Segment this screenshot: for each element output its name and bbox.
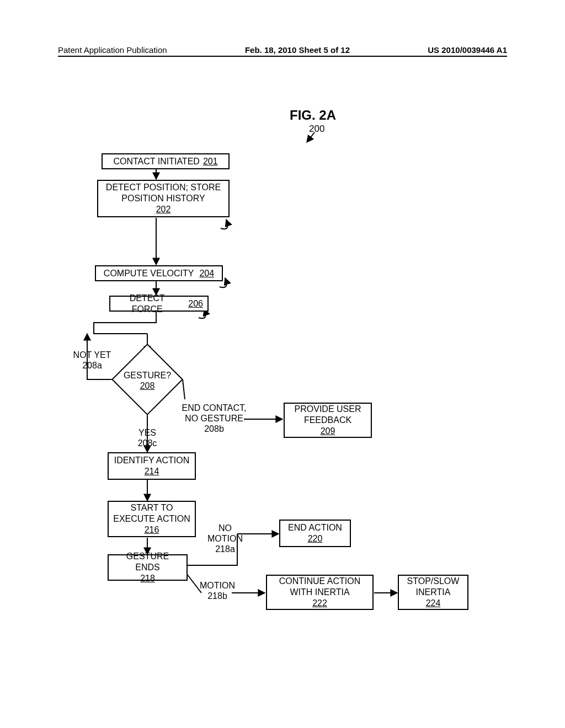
box-stop-slow-inertia: STOP/SLOW INERTIA 224 [398, 575, 468, 610]
box-ref: 214 [145, 466, 159, 477]
box-ref: 209 [321, 426, 335, 437]
label-text: END CONTACT, NO GESTURE [182, 403, 246, 423]
label-no-motion: NO MOTION 218a [203, 523, 247, 555]
box-ref: 204 [199, 268, 214, 279]
label-yes: YES 208c [132, 427, 162, 448]
box-ref: 208 [140, 381, 155, 390]
label-ref: 218a [215, 544, 235, 554]
label-end-contact-no-gesture: END CONTACT, NO GESTURE 208b [181, 403, 247, 435]
label-ref: 208b [204, 424, 224, 433]
box-execute-action: START TO EXECUTE ACTION 216 [108, 501, 196, 537]
diamond-text: GESTURE? 208 [111, 370, 183, 391]
box-text: CONTACT INITIATED [113, 156, 199, 167]
header-patent-number: US 2010/0039446 A1 [428, 45, 507, 55]
box-text: DETECT POSITION; STORE POSITION HISTORY [103, 182, 224, 204]
page: Patent Application Publication Feb. 18, … [0, 0, 565, 728]
label-text: MOTION [200, 581, 235, 590]
box-compute-velocity: COMPUTE VELOCITY 204 [95, 265, 223, 281]
box-gesture-ends: GESTURE ENDS 218 [108, 554, 188, 581]
box-text: CONTINUE ACTION WITH INERTIA [271, 576, 368, 598]
label-ref: 218b [207, 591, 227, 601]
box-text: GESTURE? [124, 371, 171, 380]
box-contact-initiated: CONTACT INITIATED 201 [102, 153, 230, 169]
box-ref: 206 [188, 298, 203, 309]
box-identify-action: IDENTIFY ACTION 214 [108, 452, 196, 480]
box-ref: 216 [145, 524, 159, 536]
label-not-yet: NOT YET 208a [71, 350, 114, 371]
box-ref: 201 [203, 156, 218, 167]
header-date-sheet: Feb. 18, 2010 Sheet 5 of 12 [245, 45, 350, 55]
box-detect-force: DETECT FORCE 206 [109, 296, 209, 312]
box-detect-position: DETECT POSITION; STORE POSITION HISTORY … [97, 180, 230, 217]
box-text: PROVIDE USER FEEDBACK [289, 404, 366, 426]
box-ref: 224 [426, 598, 441, 609]
box-continue-inertia: CONTINUE ACTION WITH INERTIA 222 [266, 575, 374, 610]
figure-reference: 200 [309, 124, 324, 135]
page-header: Patent Application Publication Feb. 18, … [58, 45, 507, 57]
figure-title: FIG. 2A [290, 108, 336, 123]
box-text: END ACTION [288, 522, 342, 533]
box-ref: 222 [312, 598, 327, 609]
box-ref: 220 [308, 533, 323, 544]
label-motion: MOTION 218b [195, 580, 239, 601]
box-end-action: END ACTION 220 [279, 520, 351, 547]
box-text: START TO EXECUTE ACTION [113, 502, 190, 524]
label-text: YES [138, 428, 156, 437]
box-ref: 218 [140, 573, 155, 584]
box-provide-feedback: PROVIDE USER FEEDBACK 209 [284, 403, 372, 438]
box-text: STOP/SLOW INERTIA [403, 576, 463, 598]
decision-gesture: GESTURE? 208 [111, 352, 183, 407]
box-text: COMPUTE VELOCITY [104, 268, 194, 279]
box-ref: 202 [156, 204, 171, 215]
box-text: GESTURE ENDS [113, 551, 182, 573]
header-publication: Patent Application Publication [58, 45, 167, 55]
box-text: DETECT FORCE [115, 293, 179, 315]
label-text: NOT YET [73, 350, 111, 360]
label-ref: 208c [138, 438, 157, 448]
label-ref: 208a [82, 361, 102, 370]
label-text: NO MOTION [207, 523, 243, 543]
box-text: IDENTIFY ACTION [114, 455, 190, 466]
